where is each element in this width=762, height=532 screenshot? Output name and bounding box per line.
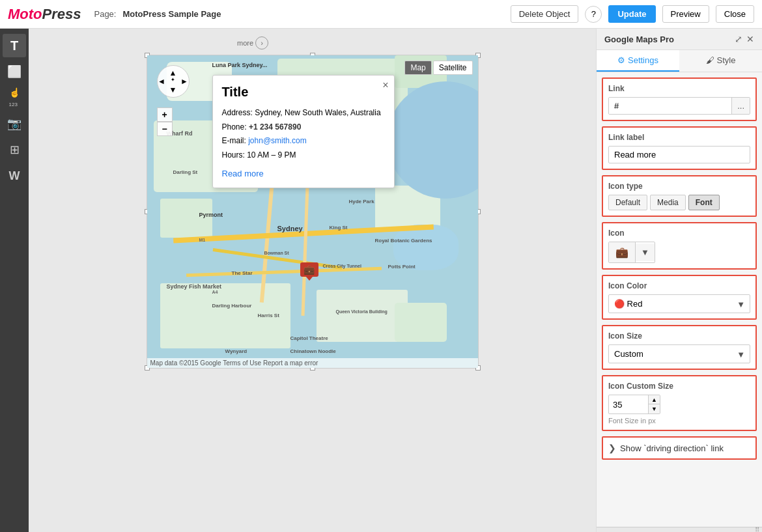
right-panel: Google Maps Pro ⤢ ✕ ⚙ Settings 🖌 Style L… — [596, 29, 762, 532]
map-button[interactable]: Map — [404, 61, 431, 75]
map-land-fishmarket — [160, 199, 212, 238]
zoom-out-button[interactable]: − — [157, 122, 173, 136]
popup-address-label: Address: — [222, 108, 253, 117]
icon-custom-size-label: Icon Custom Size — [608, 382, 750, 391]
size-input-wrapper: ▲ ▼ — [608, 395, 660, 414]
icon-selector[interactable]: 💼 ▼ — [608, 242, 655, 263]
wordpress-icon: W — [9, 169, 20, 183]
popup-address-row: Address: Sydney, New South Wales, Austra… — [222, 106, 385, 120]
panel-close-icon[interactable]: ✕ — [746, 34, 754, 44]
popup-info: Address: Sydney, New South Wales, Austra… — [222, 106, 385, 162]
link-label: Link — [608, 84, 750, 93]
icon-size-select[interactable]: Custom Small Medium Large — [608, 344, 750, 363]
popup-title: Title — [222, 85, 385, 100]
section-driving-direction[interactable]: ❯ Show `driving direction` link — [602, 436, 757, 460]
map-land-bottom-right — [395, 303, 447, 342]
link-label-input[interactable] — [608, 146, 750, 163]
sidebar-item-image[interactable]: ⬜ — [3, 60, 26, 83]
driving-direction-row[interactable]: ❯ Show `driving direction` link — [608, 443, 750, 453]
section-icon-type: Icon type Default Media Font — [602, 175, 757, 217]
icon-color-label: Icon Color — [608, 281, 750, 290]
left-sidebar: T ⬜ ☝123 📷 ⊞ W — [0, 29, 29, 532]
panel-header: Google Maps Pro ⤢ ✕ — [597, 29, 762, 50]
custom-size-input[interactable] — [609, 397, 648, 413]
tab-style[interactable]: 🖌 Style — [679, 50, 762, 72]
delete-button[interactable]: Delete Object — [511, 5, 579, 23]
icon-heading: Icon — [608, 229, 750, 238]
sidebar-item-text[interactable]: T — [3, 34, 26, 57]
map-area[interactable]: Wharf Rd Darling St Pyrmont Sydney Fish … — [147, 55, 478, 368]
more-label: more — [237, 39, 253, 47]
page-name: MotoPress Sample Page — [122, 9, 221, 19]
sidebar-item-interactive[interactable]: ☝123 — [3, 86, 26, 109]
icon-color-select[interactable]: 🔴 Red Blue Green — [608, 294, 750, 313]
sidebar-item-layout[interactable]: ⊞ — [3, 138, 26, 161]
size-up-button[interactable]: ▲ — [649, 395, 660, 404]
popup-phone-value: +1 234 567890 — [249, 122, 301, 132]
map-water-south — [393, 225, 459, 270]
icon-type-buttons: Default Media Font — [608, 195, 750, 210]
section-icon-custom-size: Icon Custom Size ▲ ▼ Font Size in px — [602, 375, 757, 431]
main-layout: T ⬜ ☝123 📷 ⊞ W more › — [0, 29, 762, 532]
custom-size-hint: Font Size in px — [608, 417, 750, 425]
sidebar-item-wordpress[interactable]: W — [3, 164, 26, 188]
icon-type-default[interactable]: Default — [608, 195, 647, 210]
sidebar-item-media[interactable]: 📷 — [3, 112, 26, 135]
panel-tabs: ⚙ Settings 🖌 Style — [597, 50, 762, 72]
icon-preview: 💼 — [609, 242, 636, 262]
panel-expand-icon[interactable]: ⤢ — [735, 34, 742, 44]
text-icon: T — [10, 38, 18, 53]
logo: MotoPress — [8, 6, 81, 23]
settings-gear-icon: ⚙ — [617, 55, 625, 65]
tab-settings-label: Settings — [628, 55, 658, 65]
link-input[interactable] — [609, 98, 731, 114]
icon-type-media[interactable]: Media — [650, 195, 686, 210]
image-icon: ⬜ — [7, 64, 21, 79]
section-link: Link ... — [602, 77, 757, 121]
nav-arrows: ▲ ◄ ✦ ► ▼ — [158, 69, 188, 94]
tab-style-label: Style — [717, 55, 736, 65]
link-label-heading: Link label — [608, 133, 750, 142]
map-nav-circle[interactable]: ▲ ◄ ✦ ► ▼ — [157, 65, 190, 98]
satellite-button[interactable]: Satellite — [433, 61, 473, 75]
panel-content: Link ... Link label Icon type Default Me… — [597, 72, 762, 527]
icon-type-font[interactable]: Font — [688, 195, 720, 210]
popup-read-more-link[interactable]: Read more — [222, 169, 385, 178]
icon-type-label: Icon type — [608, 182, 750, 191]
icon-color-select-wrapper: 🔴 Red Blue Green ▼ — [608, 294, 750, 313]
layers-icon: ⊞ — [10, 143, 20, 157]
panel-title: Google Maps Pro — [604, 35, 674, 44]
link-dots-button[interactable]: ... — [731, 98, 750, 114]
link-input-wrapper: ... — [608, 97, 750, 115]
preview-button[interactable]: Preview — [662, 5, 709, 23]
panel-bottom-bar: ⠿ — [597, 527, 762, 532]
popup-close-button[interactable]: × — [382, 79, 388, 91]
popup-phone-row: Phone: +1 234 567890 — [222, 120, 385, 135]
close-topbar-button[interactable]: Close — [716, 5, 754, 23]
map-navigation[interactable]: ▲ ◄ ✦ ► ▼ — [157, 65, 190, 98]
popup-hours-value: 10 AM – 9 PM — [247, 150, 296, 160]
popup-email-label: E-mail: — [222, 136, 246, 145]
icon-size-select-wrapper: Custom Small Medium Large ▼ — [608, 344, 750, 363]
page-prefix: Page: — [94, 9, 116, 19]
map-marker: 💼 — [300, 262, 318, 277]
popup-email-link[interactable]: john@smith.com — [248, 136, 307, 145]
zoom-in-button[interactable]: + — [157, 107, 173, 122]
map-container: Wharf Rd Darling St Pyrmont Sydney Fish … — [147, 55, 479, 369]
tab-settings[interactable]: ⚙ Settings — [597, 50, 679, 72]
section-icon-color: Icon Color 🔴 Red Blue Green ▼ — [602, 275, 757, 320]
icon-size-label: Icon Size — [608, 331, 750, 341]
update-button[interactable]: Update — [608, 5, 655, 23]
section-icon: Icon 💼 ▼ — [602, 222, 757, 270]
map-zoom-controls: + − — [157, 107, 173, 136]
popup-hours-row: Hours: 10 AM – 9 PM — [222, 148, 385, 163]
size-down-button[interactable]: ▼ — [649, 404, 660, 413]
driving-direction-label: Show `driving direction` link — [620, 443, 724, 453]
help-button[interactable]: ? — [585, 6, 602, 23]
panel-header-icons: ⤢ ✕ — [735, 34, 754, 44]
icon-dropdown-arrow[interactable]: ▼ — [636, 244, 655, 261]
more-button[interactable]: more › — [237, 36, 268, 49]
resize-corner-icon: ⠿ — [755, 526, 759, 532]
popup-address-value: Sydney, New South Wales, Australia — [255, 108, 380, 117]
more-circle-icon: › — [255, 36, 268, 49]
